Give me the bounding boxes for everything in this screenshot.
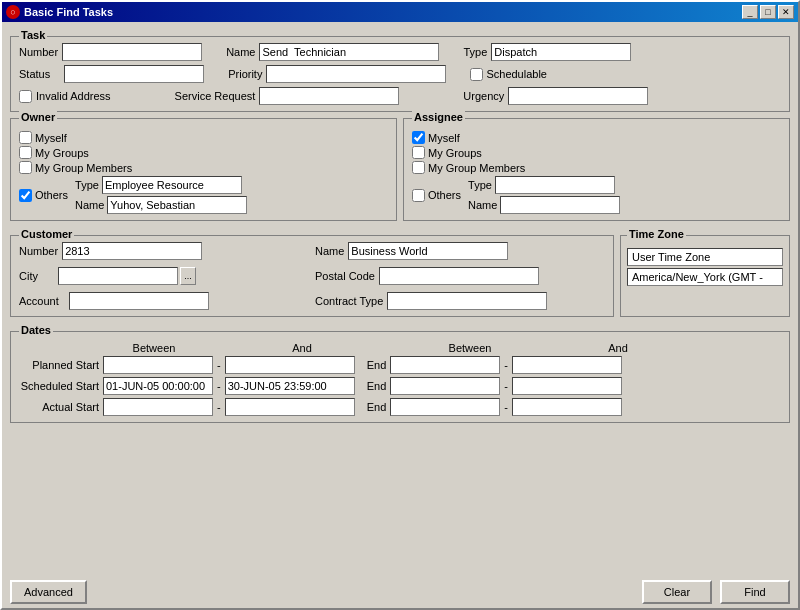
scheduled-start-and-input[interactable] [225,377,355,395]
close-button[interactable]: ✕ [778,5,794,19]
assignee-mygroupmembers-checkbox[interactable] [412,161,425,174]
owner-mygroups-label: My Groups [35,147,89,159]
actual-end-between-input[interactable] [390,398,500,416]
actual-start-label: Actual Start [19,401,99,413]
minimize-button[interactable]: _ [742,5,758,19]
assignee-section-title: Assignee [412,111,465,123]
assignee-others-checkbox[interactable] [412,189,425,202]
customer-account-label: Account [19,295,59,307]
owner-type-label: Type [75,179,99,191]
owner-type-input[interactable] [102,176,242,194]
scheduled-start-between-input[interactable] [103,377,213,395]
name-input[interactable] [259,43,439,61]
assignee-type-label: Type [468,179,492,191]
assignee-section: Assignee Myself My Groups My Group Membe… [403,118,790,221]
city-dots-button[interactable]: ... [180,267,196,285]
planned-start-row: Planned Start - End - [19,356,781,374]
customer-name-row: Name [315,242,605,260]
assignee-type-row: Type [468,176,620,194]
customer-postal-input[interactable] [379,267,539,285]
maximize-button[interactable]: □ [760,5,776,19]
customer-section-title: Customer [19,228,74,240]
task-section: Task Number Name Type Status Priority Sc… [10,36,790,112]
owner-myself-checkbox[interactable] [19,131,32,144]
scheduled-end-and-input[interactable] [512,377,622,395]
schedulable-checkbox[interactable] [470,68,483,81]
between-header2: Between [415,342,525,354]
owner-others-label: Others [35,189,68,201]
planned-end-and-input[interactable] [512,356,622,374]
assignee-name-row: Name [468,196,620,214]
customer-postal-label: Postal Code [315,270,375,282]
status-input[interactable] [64,65,204,83]
actual-end-and-input[interactable] [512,398,622,416]
and-header2: And [553,342,683,354]
scheduled-start-label: Scheduled Start [19,380,99,392]
owner-section: Owner Myself My Groups My Group Members [10,118,397,221]
planned-start-label: Planned Start [19,359,99,371]
owner-others-row: Others Type Name [19,176,388,214]
priority-input[interactable] [266,65,446,83]
number-input[interactable] [62,43,202,61]
dates-header: Between And Between And [19,342,781,354]
clear-button[interactable]: Clear [642,580,712,604]
scheduled-start-row: Scheduled Start - End - [19,377,781,395]
footer-right: Clear Find [642,580,790,604]
customer-number-input[interactable] [62,242,202,260]
advanced-button[interactable]: Advanced [10,580,87,604]
assignee-name-label: Name [468,199,497,211]
service-request-input[interactable] [259,87,399,105]
type-input[interactable] [491,43,631,61]
owner-name-input[interactable] [107,196,247,214]
planned-start-and-input[interactable] [225,356,355,374]
customer-contract-row: Contract Type [315,292,605,310]
assignee-myself-checkbox[interactable] [412,131,425,144]
owner-others-detail: Type Name [75,176,247,214]
scheduled-end-between-input[interactable] [390,377,500,395]
customer-city-row: City ... [19,267,309,285]
window-icon: ○ [6,5,20,19]
urgency-input[interactable] [508,87,648,105]
invalid-address-label: Invalid Address [36,90,111,102]
task-row2: Status Priority Schedulable [19,65,781,83]
planned-start-between-input[interactable] [103,356,213,374]
assignee-name-input[interactable] [500,196,620,214]
actual-start-and-input[interactable] [225,398,355,416]
customer-number-row: Number [19,242,309,260]
customer-city-input[interactable] [58,267,178,285]
timezone-title: Time Zone [627,228,686,240]
scheduled-end-label2: End [367,380,387,392]
owner-myself-label: Myself [35,132,67,144]
owner-name-label: Name [75,199,104,211]
owner-mygroupmembers-checkbox[interactable] [19,161,32,174]
owner-mygroups-checkbox[interactable] [19,146,32,159]
owner-myself-row: Myself [19,131,388,144]
customer-account-row: Account [19,292,309,310]
invalid-address-checkbox[interactable] [19,90,32,103]
find-button[interactable]: Find [720,580,790,604]
assignee-type-input[interactable] [495,176,615,194]
assignee-mygroupmembers-label: My Group Members [428,162,525,174]
assignee-mygroups-checkbox[interactable] [412,146,425,159]
customer-name-input[interactable] [348,242,508,260]
window-title: Basic Find Tasks [24,6,113,18]
schedulable-label: Schedulable [486,68,547,80]
customer-city-label: City [19,270,38,282]
customer-section: Customer Number City ... Account [10,235,614,317]
owner-name-row: Name [75,196,247,214]
assignee-myself-row: Myself [412,131,781,144]
actual-start-between-input[interactable] [103,398,213,416]
customer-account-input[interactable] [69,292,209,310]
owner-others-checkbox[interactable] [19,189,32,202]
owner-mygroupmembers-row: My Group Members [19,161,388,174]
customer-timezone-container: Customer Number City ... Account [10,227,790,317]
assignee-mygroupmembers-row: My Group Members [412,161,781,174]
planned-dash2: - [504,359,508,371]
timezone-value2: America/New_York (GMT - [627,268,783,286]
planned-dash1: - [217,359,221,371]
customer-contract-input[interactable] [387,292,547,310]
customer-name-label: Name [315,245,344,257]
assignee-others-label: Others [428,189,461,201]
planned-end-between-input[interactable] [390,356,500,374]
assignee-others-detail: Type Name [468,176,620,214]
